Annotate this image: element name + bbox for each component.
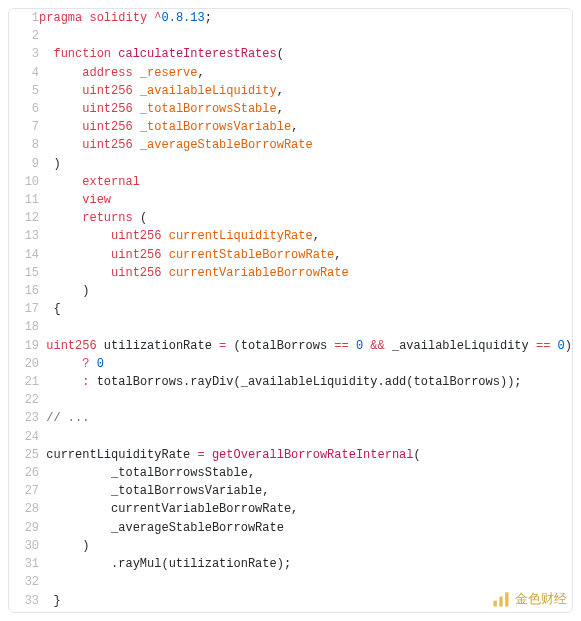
line-number: 31 [9, 555, 39, 573]
code-line: 8 uint256 _averageStableBorrowRate [9, 136, 572, 154]
line-content: address _reserve, [39, 64, 572, 82]
line-number: 4 [9, 64, 39, 82]
line-content: : totalBorrows.rayDiv(_availableLiquidit… [39, 373, 572, 391]
watermark-text: 金色财经 [515, 590, 567, 608]
line-number: 7 [9, 118, 39, 136]
line-number: 3 [9, 45, 39, 63]
line-content [39, 391, 572, 409]
line-content: currentLiquidityRate = getOverallBorrowR… [39, 446, 572, 464]
line-number: 12 [9, 209, 39, 227]
line-content: ) [39, 282, 572, 300]
line-number: 25 [9, 446, 39, 464]
line-number: 2 [9, 27, 39, 45]
line-content: uint256 _averageStableBorrowRate [39, 136, 572, 154]
line-number: 23 [9, 409, 39, 427]
code-line: 2 [9, 27, 572, 45]
line-content: function calculateInterestRates( [39, 45, 572, 63]
line-content: uint256 currentLiquidityRate, [39, 227, 572, 245]
code-line: 29 _averageStableBorrowRate [9, 519, 572, 537]
code-block: 1pragma solidity ^0.8.13;2 3 function ca… [8, 8, 573, 613]
line-number: 27 [9, 482, 39, 500]
line-content: _averageStableBorrowRate [39, 519, 572, 537]
line-content: uint256 currentStableBorrowRate, [39, 246, 572, 264]
line-content: view [39, 191, 572, 209]
line-content: { [39, 300, 572, 318]
line-number: 6 [9, 100, 39, 118]
code-line: 21 : totalBorrows.rayDiv(_availableLiqui… [9, 373, 572, 391]
code-line: 27 _totalBorrowsVariable, [9, 482, 572, 500]
line-content: currentVariableBorrowRate, [39, 500, 572, 518]
code-line: 28 currentVariableBorrowRate, [9, 500, 572, 518]
line-number: 18 [9, 318, 39, 336]
line-number: 9 [9, 155, 39, 173]
code-table: 1pragma solidity ^0.8.13;2 3 function ca… [9, 9, 572, 610]
line-content: uint256 _totalBorrowsVariable, [39, 118, 572, 136]
code-line: 15 uint256 currentVariableBorrowRate [9, 264, 572, 282]
code-line: 7 uint256 _totalBorrowsVariable, [9, 118, 572, 136]
code-line: 6 uint256 _totalBorrowsStable, [9, 100, 572, 118]
code-line: 18 [9, 318, 572, 336]
line-content: _totalBorrowsVariable, [39, 482, 572, 500]
code-line: 31 .rayMul(utilizationRate); [9, 555, 572, 573]
line-content: uint256 utilizationRate = (totalBorrows … [39, 337, 572, 355]
code-line: 32 [9, 573, 572, 591]
line-number: 14 [9, 246, 39, 264]
line-content: ) [39, 155, 572, 173]
line-content: pragma solidity ^0.8.13; [39, 9, 572, 27]
line-content: ) [39, 537, 572, 555]
svg-rect-0 [494, 601, 497, 607]
line-content: uint256 _totalBorrowsStable, [39, 100, 572, 118]
line-number: 24 [9, 428, 39, 446]
code-line: 4 address _reserve, [9, 64, 572, 82]
code-line: 16 ) [9, 282, 572, 300]
line-content: // ... [39, 409, 572, 427]
line-number: 19 [9, 337, 39, 355]
svg-rect-2 [505, 592, 508, 606]
line-number: 5 [9, 82, 39, 100]
code-line: 20 ? 0 [9, 355, 572, 373]
code-line: 3 function calculateInterestRates( [9, 45, 572, 63]
code-line: 1pragma solidity ^0.8.13; [9, 9, 572, 27]
line-content: ? 0 [39, 355, 572, 373]
line-content: .rayMul(utilizationRate); [39, 555, 572, 573]
code-line: 14 uint256 currentStableBorrowRate, [9, 246, 572, 264]
line-number: 1 [9, 9, 39, 27]
code-line: 30 ) [9, 537, 572, 555]
line-content: external [39, 173, 572, 191]
code-line: 25 currentLiquidityRate = getOverallBorr… [9, 446, 572, 464]
watermark: 金色财经 [491, 589, 567, 609]
line-content: _totalBorrowsStable, [39, 464, 572, 482]
line-number: 15 [9, 264, 39, 282]
line-number: 22 [9, 391, 39, 409]
code-line: 19 uint256 utilizationRate = (totalBorro… [9, 337, 572, 355]
line-number: 16 [9, 282, 39, 300]
line-number: 26 [9, 464, 39, 482]
code-line: 12 returns ( [9, 209, 572, 227]
line-content: returns ( [39, 209, 572, 227]
code-line: 26 _totalBorrowsStable, [9, 464, 572, 482]
code-line: 9 ) [9, 155, 572, 173]
line-number: 21 [9, 373, 39, 391]
code-line: 13 uint256 currentLiquidityRate, [9, 227, 572, 245]
line-content [39, 428, 572, 446]
line-number: 11 [9, 191, 39, 209]
code-line: 5 uint256 _availableLiquidity, [9, 82, 572, 100]
code-body: 1pragma solidity ^0.8.13;2 3 function ca… [9, 9, 572, 610]
svg-rect-1 [499, 597, 502, 607]
code-line: 11 view [9, 191, 572, 209]
line-number: 10 [9, 173, 39, 191]
line-number: 32 [9, 573, 39, 591]
code-line: 23 // ... [9, 409, 572, 427]
code-line: 22 [9, 391, 572, 409]
line-content [39, 318, 572, 336]
line-number: 33 [9, 592, 39, 610]
line-content [39, 27, 572, 45]
code-line: 10 external [9, 173, 572, 191]
line-number: 20 [9, 355, 39, 373]
line-number: 13 [9, 227, 39, 245]
code-line: 33 } [9, 592, 572, 610]
line-content: uint256 currentVariableBorrowRate [39, 264, 572, 282]
code-line: 24 [9, 428, 572, 446]
line-number: 8 [9, 136, 39, 154]
line-number: 28 [9, 500, 39, 518]
